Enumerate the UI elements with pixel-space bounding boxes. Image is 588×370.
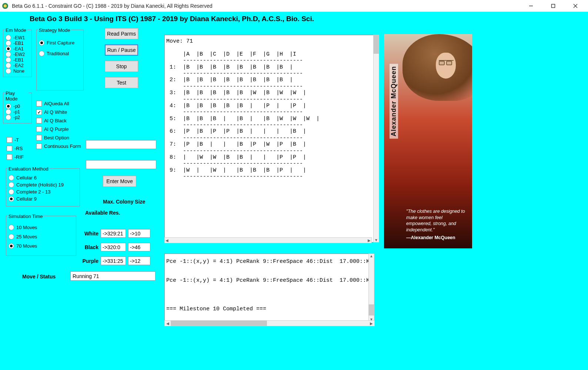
black-input-b[interactable]: [128, 243, 150, 251]
white-label: White: [74, 231, 98, 237]
window-titlebar: Beta Go 6.1.1 - Constraint GO - (C) 1988…: [0, 0, 588, 12]
radio-icon[interactable]: [39, 40, 44, 46]
sim-option-70-moves[interactable]: 70 Moves: [9, 243, 74, 249]
purple-input-a[interactable]: [101, 257, 126, 265]
eval-option-complete-holistic-19[interactable]: Complete (Holistic) 19: [9, 182, 77, 188]
app-banner: Beta Go 3 Build 3 - Using ITS (C) 1987 -…: [0, 12, 588, 23]
board-display[interactable]: Move: 71 |A |B |C |D |E |F |G |H |I ----…: [164, 35, 375, 242]
em-mode-option--ea2[interactable]: -EA2: [6, 63, 29, 68]
radio-icon[interactable]: [6, 57, 11, 63]
white-input-b[interactable]: [128, 229, 150, 238]
scroll-right-icon[interactable]: ▶: [368, 321, 374, 326]
check-alq-black[interactable]: Al Q Black: [36, 118, 96, 123]
text-input-2[interactable]: [86, 160, 156, 169]
read-parms-button[interactable]: Read Parms: [105, 28, 138, 39]
log-scrollbar-horizontal[interactable]: ◀ ▶: [164, 320, 375, 326]
log-display[interactable]: Pce -1::(x,y) = 4:1) PceRank 9::FreeSpac…: [164, 254, 370, 322]
em-mode-option--ew2[interactable]: -EW2: [6, 52, 29, 57]
board-scrollbar-horizontal[interactable]: ◀▶: [164, 237, 372, 243]
em-mode-option--eb1[interactable]: -EB1: [6, 57, 29, 63]
radio-label: -p2: [13, 115, 20, 120]
em-mode-option--ea1[interactable]: -EA1: [6, 46, 29, 52]
radio-label: First Capture: [47, 40, 74, 46]
side-image-label: Alexander McQueen: [390, 64, 398, 139]
em-mode-option--ew1[interactable]: -EW1: [6, 35, 29, 40]
svg-point-1: [4, 4, 7, 7]
strategy-option-traditional[interactable]: Traditional: [39, 51, 81, 56]
log-scrollbar-vertical[interactable]: ▲ ▼: [368, 254, 374, 322]
check-alq-white[interactable]: Al Q White: [36, 109, 96, 115]
close-button[interactable]: [564, 0, 587, 11]
scroll-down-icon[interactable]: ▼: [374, 238, 379, 242]
play-mode-option--p1[interactable]: -p1: [6, 109, 29, 115]
minimize-button[interactable]: [520, 0, 542, 11]
radio-icon[interactable]: [6, 46, 11, 52]
radio-icon[interactable]: [9, 243, 14, 249]
scroll-up-icon[interactable]: ▲: [369, 254, 374, 258]
board-scrollbar-vertical[interactable]: ▲ ▼: [373, 35, 379, 242]
radio-label: -p1: [13, 109, 20, 115]
check-t[interactable]: -T: [7, 137, 24, 143]
radio-icon[interactable]: [9, 175, 14, 181]
scroll-right-icon[interactable]: ▶: [368, 238, 371, 242]
check-alq-purple[interactable]: Al Q Purple: [36, 126, 96, 132]
radio-label: -p0: [13, 104, 20, 109]
radio-label: -EB1: [13, 57, 24, 63]
em-mode-title: Em Mode: [5, 27, 27, 33]
play-mode-option--p2[interactable]: -p2: [6, 115, 29, 120]
purple-input-b[interactable]: [128, 257, 150, 265]
side-image: Alexander McQueen "The clothes are desig…: [384, 34, 472, 248]
eval-option-cellular-6[interactable]: Cellular 6: [9, 175, 77, 181]
move-status-input[interactable]: [70, 271, 156, 281]
radio-icon[interactable]: [9, 225, 14, 230]
scroll-thumb[interactable]: [374, 35, 379, 54]
radio-icon[interactable]: [6, 35, 11, 40]
run-pause-button[interactable]: Run / Pause: [105, 44, 138, 56]
check-rs[interactable]: -RS: [7, 146, 24, 151]
radio-icon[interactable]: [6, 63, 11, 68]
radio-icon[interactable]: [6, 40, 11, 46]
max-colony-label: Max. Colony Size: [103, 199, 145, 205]
black-input-a[interactable]: [101, 243, 126, 251]
scroll-thumb[interactable]: [369, 304, 374, 316]
radio-label: -EB1: [13, 41, 24, 46]
maximize-button[interactable]: [542, 0, 564, 11]
scroll-left-icon[interactable]: ◀: [165, 321, 171, 326]
stop-button[interactable]: Stop: [105, 61, 138, 72]
eval-option-complete-2-13[interactable]: Complete 2 - 13: [9, 189, 77, 195]
scroll-thumb[interactable]: [171, 321, 267, 326]
check-alqueda-all[interactable]: AlQueda All: [36, 101, 96, 106]
sim-option-10-moves[interactable]: 10 Moves: [9, 225, 74, 230]
eval-option-cellular-9[interactable]: Cellular 9: [9, 196, 77, 202]
radio-icon[interactable]: [6, 52, 11, 57]
check-rif[interactable]: -RIF: [7, 154, 24, 160]
radio-icon[interactable]: [9, 196, 14, 202]
flag-check-stack: -T -RS -RIF: [7, 134, 24, 163]
enter-move-button[interactable]: Enter Move: [103, 176, 136, 187]
radio-label: Complete 2 - 13: [16, 189, 51, 195]
play-mode-option--p0[interactable]: -p0: [6, 103, 29, 109]
radio-icon[interactable]: [39, 51, 44, 56]
radio-icon[interactable]: [9, 189, 14, 195]
text-input-1[interactable]: [86, 140, 156, 149]
sim-option-25-moves[interactable]: 25 Moves: [9, 234, 74, 239]
radio-icon[interactable]: [6, 68, 11, 74]
em-mode-option--eb1[interactable]: -EB1: [6, 40, 29, 46]
radio-icon[interactable]: [9, 234, 14, 239]
radio-label: -EA1: [13, 46, 24, 52]
white-input-a[interactable]: [101, 229, 126, 238]
window-title: Beta Go 6.1.1 - Constraint GO - (C) 1988…: [12, 3, 520, 9]
em-mode-group: Em Mode -EW1-EB1-EA1-EW2-EB1-EA2None: [3, 30, 32, 77]
em-mode-option-none[interactable]: None: [6, 68, 29, 74]
check-best-option[interactable]: Best Option: [36, 135, 96, 141]
strategy-option-first-capture[interactable]: First Capture: [39, 40, 81, 46]
radio-label: Complete (Holistic) 19: [16, 182, 64, 188]
radio-icon[interactable]: [6, 115, 11, 120]
scroll-left-icon[interactable]: ◀: [166, 238, 168, 242]
radio-label: 10 Moves: [16, 225, 37, 230]
radio-icon[interactable]: [9, 182, 14, 188]
radio-icon[interactable]: [6, 103, 11, 109]
app-icon: [1, 2, 9, 10]
test-button[interactable]: Test: [105, 77, 138, 88]
radio-icon[interactable]: [6, 109, 11, 115]
